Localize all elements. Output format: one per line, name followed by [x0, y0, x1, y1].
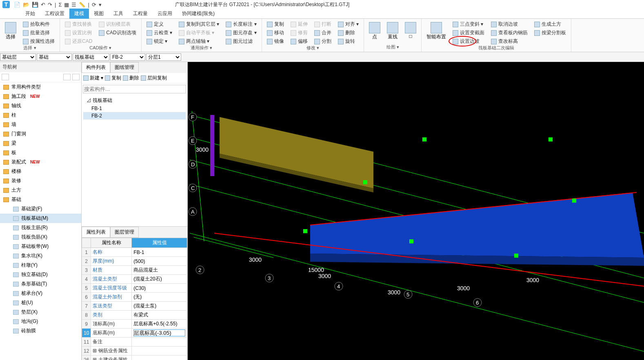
- lock[interactable]: 锁定 ▾: [145, 38, 174, 45]
- prop-row-8[interactable]: 8类别有梁式: [82, 311, 187, 320]
- trench[interactable]: 地沟(G): [0, 317, 81, 326]
- mnode-筏板基础[interactable]: ⊿ 筏板基础: [83, 96, 186, 105]
- prop-row-12[interactable]: 12⊞ 钢筋业务属性: [82, 347, 187, 356]
- sump[interactable]: 集水坑(K): [0, 251, 81, 261]
- mirror[interactable]: 镜像: [265, 38, 286, 45]
- prop-row-6[interactable]: 6混凝土外加剂(无): [82, 293, 187, 302]
- nav-1[interactable]: 施工段NEW: [0, 92, 81, 101]
- nav-gridview-icon[interactable]: [72, 74, 80, 80]
- view-rebar[interactable]: 查看板内钢筋: [489, 29, 529, 37]
- bedding[interactable]: 垫层(X): [0, 307, 81, 317]
- prop-row-26[interactable]: 26⊞ 土建业务属性: [82, 356, 187, 360]
- save-icon[interactable]: 💾: [32, 2, 38, 8]
- type-select[interactable]: 筏板基础: [73, 53, 109, 61]
- copy-floor[interactable]: 复制到其它层 ▾: [177, 20, 221, 28]
- mtool-1[interactable]: 复制: [105, 75, 121, 82]
- nav-3[interactable]: 柱: [0, 110, 81, 120]
- nav-6[interactable]: 梁: [0, 139, 81, 148]
- member-search-input[interactable]: [83, 85, 186, 93]
- prop-row-10[interactable]: 10底标高(m): [82, 329, 187, 338]
- set-slope[interactable]: 设置边坡: [451, 38, 486, 45]
- menu-2[interactable]: 建模: [69, 9, 89, 19]
- raft-neg[interactable]: 筏板负筋(X): [0, 232, 81, 242]
- category-select[interactable]: 基础: [37, 53, 72, 61]
- dim-len[interactable]: 长度标注 ▾: [224, 20, 258, 28]
- nav-8[interactable]: 装配式NEW: [0, 157, 81, 167]
- foundation-band[interactable]: 基础板带(W): [0, 242, 81, 251]
- pile-cap[interactable]: 桩承台(V): [0, 289, 81, 298]
- nav-12[interactable]: 基础: [0, 195, 81, 204]
- prop-row-1[interactable]: 1名称FB-1: [82, 248, 187, 257]
- nav-5[interactable]: 门窗洞: [0, 129, 81, 139]
- foundation-beam[interactable]: 基础梁(F): [0, 204, 81, 214]
- nav-7[interactable]: 板: [0, 148, 81, 157]
- open-icon[interactable]: 📂: [23, 2, 29, 8]
- elem-save[interactable]: 图元存盘 ▾: [224, 29, 258, 37]
- list-icon[interactable]: ☰: [71, 2, 76, 8]
- mtool-2[interactable]: 删除: [123, 75, 139, 82]
- undo-icon[interactable]: ↶: [41, 2, 45, 8]
- brickmold[interactable]: 砖胎膜: [0, 326, 81, 336]
- nav-4[interactable]: 墙: [0, 120, 81, 129]
- copy[interactable]: 复制: [265, 20, 286, 28]
- menu-6[interactable]: 云应用: [153, 9, 177, 19]
- nav-0[interactable]: 常用构件类型: [0, 82, 81, 92]
- nav-11[interactable]: 土方: [0, 186, 81, 195]
- prop-row-11[interactable]: 11备注: [82, 338, 187, 347]
- select-by-prop[interactable]: 按属性选择: [21, 38, 56, 45]
- point-icon[interactable]: 点: [367, 20, 382, 42]
- nav-2[interactable]: 轴线: [0, 101, 81, 110]
- menu-4[interactable]: 工具: [109, 9, 128, 19]
- menu-7[interactable]: 协同建模(限免): [177, 9, 220, 19]
- 3pt-slope[interactable]: 三点变斜 ▾: [451, 20, 486, 28]
- refresh-icon[interactable]: ⟳: [92, 2, 96, 8]
- tab-member-list[interactable]: 构件列表: [82, 62, 110, 73]
- nav-10[interactable]: 装修: [0, 176, 81, 186]
- strip[interactable]: 条形基础(T): [0, 279, 81, 289]
- raft[interactable]: 筏板基础(M): [0, 214, 81, 223]
- menu-0[interactable]: 开始: [20, 9, 40, 19]
- prop-row-5[interactable]: 5混凝土强度等级(C30): [82, 284, 187, 293]
- select-icon[interactable]: 选择: [3, 20, 18, 42]
- batch-select[interactable]: 批量选择: [21, 29, 56, 37]
- tab-drawing-mgmt[interactable]: 图纸管理: [110, 62, 139, 73]
- element-select[interactable]: FB-2: [110, 53, 145, 61]
- prop-row-4[interactable]: 4混凝土类型(混凝土20石): [82, 275, 187, 284]
- tab-prop-list[interactable]: 属性列表: [82, 227, 110, 238]
- mtool-0[interactable]: 新建 ▾: [83, 75, 103, 82]
- edit-elev[interactable]: 查改标高: [489, 38, 529, 45]
- cancel-slope[interactable]: 取消边坡: [489, 20, 529, 28]
- pick[interactable]: 拾取构件: [21, 20, 56, 28]
- new-icon[interactable]: 📄: [14, 2, 20, 8]
- cloud-chk[interactable]: 云检查 ▾: [145, 29, 174, 37]
- smart-icon[interactable]: 智能布置: [425, 20, 448, 42]
- define[interactable]: 定义: [145, 20, 174, 28]
- align[interactable]: 对齐 ▾: [336, 20, 360, 28]
- split[interactable]: 分割: [313, 38, 333, 45]
- elem-filter[interactable]: 图元过滤: [224, 38, 258, 45]
- menu-3[interactable]: 视图: [89, 9, 109, 19]
- grid-icon[interactable]: ▦: [64, 2, 69, 8]
- split-by-beam[interactable]: 按梁分割板: [533, 29, 568, 37]
- sum-icon[interactable]: Σ: [58, 2, 62, 8]
- prop-row-9[interactable]: 9顶标高(m)层底标高+0.5(-2.55): [82, 320, 187, 329]
- viewport-3d[interactable]: FEDCA 23456: [188, 62, 644, 360]
- floor-select[interactable]: 基础层: [0, 53, 36, 61]
- aux-axis[interactable]: 两点辅轴 ▾: [177, 38, 221, 45]
- mtool-3[interactable]: 层间复制: [141, 75, 167, 82]
- offset[interactable]: 偏移: [289, 38, 309, 45]
- merge[interactable]: 合并: [313, 29, 333, 37]
- var-section[interactable]: 设置变截面: [451, 29, 486, 37]
- mnode-FB-1[interactable]: FB-1: [83, 105, 186, 112]
- gen-earth[interactable]: 生成土方: [533, 20, 568, 28]
- layer-select[interactable]: 分层1: [146, 53, 181, 61]
- prop-row-7[interactable]: 7泵送类型(混凝土泵): [82, 302, 187, 311]
- delete[interactable]: 删除: [336, 29, 360, 37]
- raft-main[interactable]: 筏板主筋(R): [0, 223, 81, 232]
- mnode-FB-2[interactable]: FB-2: [83, 112, 186, 119]
- nav-9[interactable]: 楼梯: [0, 167, 81, 176]
- cad-opt[interactable]: CAD识别选项: [97, 29, 138, 37]
- down-icon[interactable]: ▾: [99, 2, 102, 8]
- rotate[interactable]: 旋转: [336, 38, 360, 45]
- redo-icon[interactable]: ↷: [48, 2, 52, 8]
